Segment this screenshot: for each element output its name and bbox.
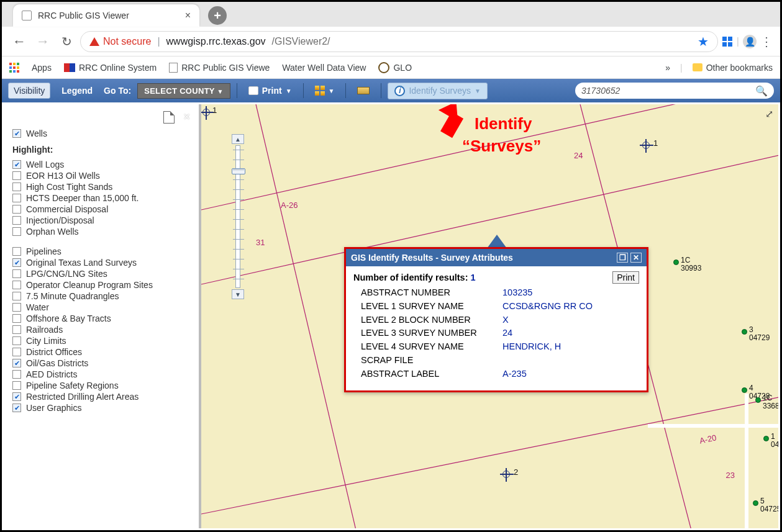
layer-item[interactable]: Well Logs <box>12 160 190 169</box>
checkbox-icon[interactable] <box>12 336 21 345</box>
well-symbol[interactable] <box>642 142 650 149</box>
zoom-in-button[interactable]: ▲ <box>232 134 244 144</box>
apps-label[interactable]: Apps <box>32 63 52 73</box>
visibility-button[interactable]: Visibility <box>8 83 50 99</box>
search-icon[interactable]: 🔍 <box>755 85 768 97</box>
checkbox-icon[interactable] <box>12 404 21 412</box>
checkbox-icon[interactable] <box>12 392 21 401</box>
checkbox-icon[interactable] <box>12 160 21 169</box>
checkbox-icon[interactable] <box>12 303 21 312</box>
security-warning[interactable]: Not secure <box>89 36 151 47</box>
well-symbol[interactable] <box>502 471 510 478</box>
map-canvas[interactable]: ⤢ A-26 31 24 23 A-20 1 1 2 1C30993304729… <box>201 104 778 528</box>
layer-item[interactable]: Water <box>12 302 190 312</box>
checkbox-icon[interactable] <box>12 381 21 390</box>
well-dot[interactable] <box>753 500 758 506</box>
basemap-button[interactable]: ▼ <box>310 83 340 98</box>
folder-icon <box>693 63 702 71</box>
well-dot[interactable] <box>742 329 747 335</box>
checkbox-icon[interactable] <box>12 325 21 334</box>
layer-item[interactable]: Orphan Wells <box>12 227 190 237</box>
checkbox-icon[interactable] <box>12 129 21 138</box>
legend-button[interactable]: Legend <box>57 83 98 98</box>
popup-print-button[interactable]: Print <box>612 271 639 284</box>
print-button[interactable]: Print ▼ <box>243 83 297 98</box>
well-dot[interactable] <box>673 259 679 265</box>
layer-item[interactable]: City Limits <box>12 336 190 346</box>
layer-item[interactable]: User Graphics <box>12 403 190 413</box>
layer-item[interactable]: Original Texas Land Surveys <box>12 258 190 268</box>
checkbox-icon[interactable] <box>12 269 21 278</box>
sidebar-close-icon[interactable]: × <box>183 110 190 124</box>
well-dot[interactable] <box>755 397 761 403</box>
checkbox-icon[interactable] <box>12 171 21 180</box>
checkbox-icon[interactable] <box>12 216 21 225</box>
bookmark-glo[interactable]: GLO <box>378 62 412 73</box>
select-county-dropdown[interactable]: SELECT COUNTY ▼ <box>137 83 230 99</box>
reload-button[interactable]: ↻ <box>57 34 76 49</box>
pdf-export-icon[interactable] <box>163 111 175 124</box>
extension-icon[interactable] <box>722 36 733 47</box>
tab-close-icon[interactable]: × <box>185 10 191 21</box>
checkbox-icon[interactable] <box>12 281 21 289</box>
profile-avatar[interactable]: 👤 <box>743 35 757 48</box>
layer-item[interactable]: Commercial Disposal <box>12 204 190 214</box>
checkbox-icon[interactable] <box>12 194 21 202</box>
well-dot[interactable] <box>742 387 747 393</box>
well-symbol[interactable] <box>202 109 210 116</box>
layer-item[interactable]: District Offices <box>12 347 190 357</box>
well-dot[interactable] <box>763 436 769 441</box>
layer-item[interactable]: Railroads <box>12 325 190 335</box>
bookmarks-overflow[interactable]: » <box>665 63 670 73</box>
popup-titlebar[interactable]: GIS Identify Results - Survey Attributes… <box>346 249 647 266</box>
layer-item[interactable]: Offshore & Bay Tracts <box>12 313 190 323</box>
layer-item[interactable]: LPG/CNG/LNG Sites <box>12 269 190 279</box>
layer-item[interactable]: Operator Cleanup Program Sites <box>12 280 190 290</box>
identify-surveys-button[interactable]: i Identify Surveys ▼ <box>388 83 488 99</box>
omnibox[interactable]: Not secure | wwwgisp.rrc.texas.gov/GISVi… <box>80 31 718 52</box>
bookmark-rrc-online[interactable]: RRC Online System <box>64 63 157 73</box>
checkbox-icon[interactable] <box>12 183 21 191</box>
back-button[interactable]: ← <box>9 34 29 50</box>
layer-item[interactable]: 7.5 Minute Quadrangles <box>12 291 190 301</box>
forward-button[interactable]: → <box>33 34 53 50</box>
apps-grid-icon[interactable] <box>9 63 19 73</box>
checkbox-icon[interactable] <box>12 314 21 323</box>
zoom-track[interactable] <box>235 145 240 288</box>
zoom-slider[interactable]: ▲ ▼ <box>230 134 246 299</box>
zoom-out-button[interactable]: ▼ <box>232 289 244 299</box>
bookmark-star-icon[interactable]: ★ <box>698 34 709 49</box>
new-tab-button[interactable]: + <box>208 6 227 25</box>
browser-menu-icon[interactable]: ⋮ <box>760 34 773 49</box>
checkbox-icon[interactable] <box>12 292 21 300</box>
layer-item[interactable]: Injection/Disposal <box>12 215 190 225</box>
search-input[interactable]: 31730652 🔍 <box>575 83 774 99</box>
annotation-line1: Identify <box>475 114 532 133</box>
layer-item[interactable]: AED Districts <box>12 369 190 379</box>
measure-button[interactable] <box>352 84 375 97</box>
browser-tab[interactable]: RRC Public GIS Viewer × <box>13 4 199 27</box>
checkbox-icon[interactable] <box>12 227 21 236</box>
bookmark-water-well[interactable]: Water Well Data View <box>282 63 366 73</box>
checkbox-icon[interactable] <box>12 370 21 379</box>
bookmark-rrc-gis[interactable]: RRC Public GIS Viewe <box>169 63 270 73</box>
layer-item[interactable]: Pipelines <box>12 246 190 256</box>
layer-item[interactable]: Restricted Drilling Alert Areas <box>12 392 190 402</box>
checkbox-icon[interactable] <box>12 258 21 267</box>
annotation-arrow <box>441 104 465 134</box>
layer-item[interactable]: EOR H13 Oil Wells <box>12 171 190 181</box>
layer-item[interactable]: Oil/Gas Districts <box>12 358 190 368</box>
checkbox-icon[interactable] <box>12 348 21 356</box>
checkbox-icon[interactable] <box>12 205 21 214</box>
layer-wells[interactable]: Wells <box>12 128 190 138</box>
popup-maximize-icon[interactable]: ❐ <box>617 253 628 263</box>
popup-close-icon[interactable]: ✕ <box>630 253 642 263</box>
checkbox-icon[interactable] <box>12 247 21 256</box>
layer-item[interactable]: Pipeline Safety Regions <box>12 381 190 390</box>
checkbox-icon[interactable] <box>12 359 21 367</box>
other-bookmarks[interactable]: Other bookmarks <box>693 63 773 73</box>
layer-item[interactable]: HCTS Deeper than 15,000 ft. <box>12 193 190 203</box>
layer-item[interactable]: High Cost Tight Sands <box>12 182 190 192</box>
identify-results-popup: GIS Identify Results - Survey Attributes… <box>344 247 648 392</box>
road-segment <box>745 394 748 528</box>
